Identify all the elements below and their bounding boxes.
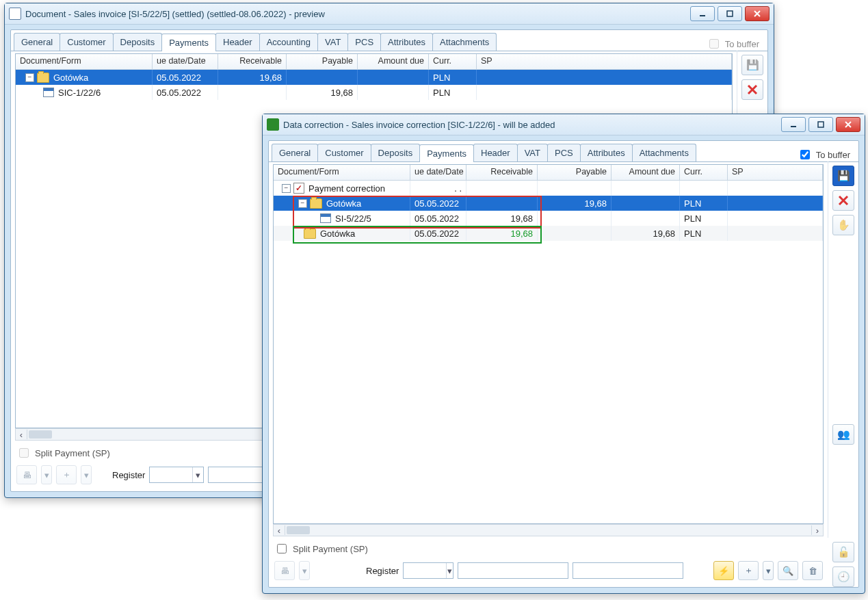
row-curr: PLN bbox=[680, 226, 728, 241]
close-button[interactable] bbox=[836, 117, 860, 132]
tab-deposits[interactable]: Deposits bbox=[371, 144, 421, 161]
printer-icon: 🖶 bbox=[23, 470, 31, 480]
column-payable[interactable]: Payable bbox=[538, 165, 611, 180]
tab-deposits[interactable]: Deposits bbox=[113, 33, 163, 51]
people-icon: 👥 bbox=[837, 428, 850, 441]
tab-customer[interactable]: Customer bbox=[60, 33, 113, 51]
tab-accounting[interactable]: Accounting bbox=[259, 33, 318, 51]
tree-toggle-icon[interactable]: − bbox=[25, 73, 34, 82]
tab-attributes[interactable]: Attributes bbox=[580, 144, 633, 161]
minimize-button[interactable] bbox=[781, 117, 806, 132]
tab-customer[interactable]: Customer bbox=[317, 144, 371, 161]
maximize-button[interactable] bbox=[808, 117, 833, 132]
tab-attachments[interactable]: Attachments bbox=[432, 33, 497, 51]
chevron-down-icon[interactable]: ▾ bbox=[446, 563, 453, 578]
scroll-left-icon[interactable]: ‹ bbox=[274, 525, 285, 535]
grid-row[interactable]: Gotówka 05.05.2022 19,68 19,68 PLN bbox=[274, 226, 823, 241]
hand-button[interactable]: ✋ bbox=[832, 215, 854, 235]
column-curr[interactable]: Curr. bbox=[680, 165, 728, 180]
titlebar[interactable]: Data correction - Sales invoice correcti… bbox=[263, 114, 865, 135]
column-document[interactable]: Document/Form bbox=[274, 165, 410, 180]
tree-toggle-icon[interactable]: − bbox=[282, 184, 291, 193]
payments-grid[interactable]: Document/Form ue date/Date Receivable Pa… bbox=[273, 164, 824, 524]
tab-vat[interactable]: VAT bbox=[517, 144, 548, 161]
to-buffer-checkbox[interactable]: To buffer bbox=[798, 148, 858, 161]
row-curr bbox=[680, 181, 728, 196]
split-payment-checkbox[interactable] bbox=[277, 544, 287, 553]
tab-attributes[interactable]: Attributes bbox=[380, 33, 433, 51]
plus-button[interactable]: ＋ bbox=[738, 561, 759, 580]
row-payable bbox=[287, 70, 358, 85]
column-date[interactable]: ue date/Date bbox=[410, 165, 466, 180]
folder-icon bbox=[304, 229, 316, 239]
scroll-thumb[interactable] bbox=[29, 430, 52, 439]
register-combo[interactable]: ▾ bbox=[149, 467, 204, 483]
tab-pcs[interactable]: PCS bbox=[547, 144, 581, 161]
register-text1-input[interactable] bbox=[458, 562, 568, 579]
zoom-button[interactable]: 🔍 bbox=[778, 561, 798, 580]
row-payable bbox=[538, 226, 611, 241]
close-button[interactable] bbox=[745, 6, 770, 21]
scroll-right-icon[interactable]: › bbox=[811, 525, 823, 535]
people-button[interactable]: 👥 bbox=[832, 424, 854, 445]
to-buffer-input[interactable] bbox=[800, 150, 810, 159]
delete-button[interactable] bbox=[741, 79, 763, 100]
history-button[interactable]: 🕘 bbox=[832, 566, 854, 587]
column-sp[interactable]: SP bbox=[728, 165, 823, 180]
to-buffer-checkbox: To buffer bbox=[707, 37, 767, 51]
grid-row[interactable]: SIC-1/22/6 05.05.2022 19,68 PLN bbox=[16, 85, 732, 100]
tree-toggle-icon[interactable]: − bbox=[298, 199, 307, 208]
minimize-button[interactable] bbox=[690, 6, 715, 21]
history-icon: 🕘 bbox=[837, 571, 850, 583]
column-amountdue[interactable]: Amount due bbox=[358, 54, 429, 69]
scroll-thumb[interactable] bbox=[287, 526, 310, 534]
tab-payments[interactable]: Payments bbox=[161, 34, 216, 51]
register-combo[interactable]: ▾ bbox=[403, 562, 453, 579]
maximize-button[interactable] bbox=[718, 6, 742, 21]
tab-general[interactable]: General bbox=[272, 144, 318, 161]
window-title: Document - Sales invoice [SI-5/22/5] (se… bbox=[25, 9, 690, 19]
lock-icon: 🔓 bbox=[837, 546, 850, 558]
lock-button[interactable]: 🔓 bbox=[832, 542, 854, 562]
grid-row[interactable]: SI-5/22/5 05.05.2022 19,68 PLN bbox=[274, 211, 823, 226]
column-document[interactable]: Document/Form bbox=[16, 54, 153, 69]
register-label: Register bbox=[366, 566, 399, 576]
register-text2-input[interactable] bbox=[573, 562, 683, 579]
printer-button[interactable]: 🖶 bbox=[274, 561, 295, 580]
save-button[interactable]: 💾 bbox=[741, 55, 763, 75]
svg-rect-1 bbox=[727, 11, 733, 16]
tab-pcs[interactable]: PCS bbox=[347, 33, 381, 51]
column-sp[interactable]: SP bbox=[477, 54, 732, 69]
document-icon bbox=[43, 88, 54, 97]
save-button[interactable]: 💾 bbox=[832, 166, 854, 186]
horizontal-scrollbar[interactable]: ‹ › bbox=[273, 524, 824, 536]
column-receivable[interactable]: Receivable bbox=[466, 165, 538, 180]
trash-button[interactable]: 🗑 bbox=[802, 561, 823, 580]
titlebar[interactable]: Document - Sales invoice [SI-5/22/5] (se… bbox=[5, 3, 774, 25]
tab-vat[interactable]: VAT bbox=[317, 33, 348, 51]
row-label: Gotówka bbox=[53, 73, 88, 83]
column-receivable[interactable]: Receivable bbox=[218, 54, 287, 69]
row-payable: 19,68 bbox=[538, 196, 611, 211]
printer-dropdown[interactable]: ▾ bbox=[299, 561, 310, 580]
column-amountdue[interactable]: Amount due bbox=[611, 165, 680, 180]
grid-row[interactable]: −Gotówka 05.05.2022 19,68 PLN bbox=[16, 70, 732, 85]
tab-header[interactable]: Header bbox=[215, 33, 260, 51]
tab-attachments[interactable]: Attachments bbox=[632, 144, 696, 161]
row-sp bbox=[477, 70, 732, 85]
column-date[interactable]: ue date/Date bbox=[153, 54, 218, 69]
plus-dropdown[interactable]: ▾ bbox=[763, 561, 774, 580]
column-curr[interactable]: Curr. bbox=[429, 54, 477, 69]
scroll-left-icon[interactable]: ‹ bbox=[16, 430, 27, 439]
grid-row[interactable]: −Gotówka 05.05.2022 19,68 PLN bbox=[274, 196, 823, 211]
tab-payments[interactable]: Payments bbox=[419, 144, 474, 162]
chevron-down-icon[interactable]: ▾ bbox=[192, 467, 203, 482]
bolt-button[interactable]: ⚡ bbox=[713, 561, 734, 580]
side-toolbar: 💾 ✋ 👥 🔓 🕘 bbox=[828, 161, 858, 587]
row-receivable bbox=[466, 196, 538, 211]
grid-row[interactable]: −✓Payment correction . . bbox=[274, 181, 823, 196]
tab-general[interactable]: General bbox=[14, 33, 60, 51]
delete-button[interactable] bbox=[832, 190, 854, 211]
column-payable[interactable]: Payable bbox=[287, 54, 358, 69]
tab-header[interactable]: Header bbox=[473, 144, 518, 161]
